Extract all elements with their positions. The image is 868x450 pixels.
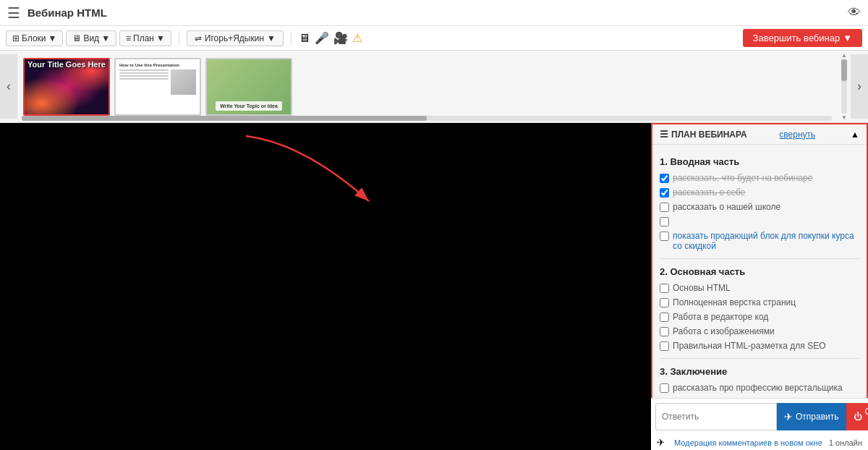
- toolbar-left: ⊞ Блоки ▼ 🖥 Вид ▼ ≡ План ▼: [6, 30, 171, 46]
- plan-section-title-2: 2. Основная часть: [660, 266, 859, 277]
- slide-2-line: [119, 78, 169, 80]
- plan-item-i3: рассказать о нашей школе: [660, 202, 859, 212]
- view-button[interactable]: 🖥 Вид ▼: [66, 30, 116, 46]
- plan-header-title: ☰ ПЛАН ВЕБИНАРА: [660, 129, 747, 140]
- plan-item-i5: показать продающий блок для покупки курс…: [660, 231, 859, 251]
- toolbar-separator-2: [291, 31, 292, 46]
- plan-item-i4: [660, 216, 859, 226]
- plan-icon: ☰: [660, 129, 668, 140]
- monitor-icon: 🖥: [72, 33, 81, 43]
- plan-dropdown-icon: ▼: [156, 33, 165, 43]
- plan-item-label-i5[interactable]: показать продающий блок для покупки курс…: [673, 231, 859, 251]
- plan-checkbox-i5[interactable]: [660, 232, 669, 241]
- plan-checkbox-i4[interactable]: [660, 217, 669, 226]
- plan-item-i6: Основы HTML: [660, 283, 859, 293]
- plan-item-i2: рассказать о себе: [660, 187, 859, 198]
- slide-1-text: Your Title Goes Here: [25, 59, 109, 69]
- plan-item-i8: Работа в редакторе код: [660, 312, 859, 322]
- next-slide-button[interactable]: ›: [851, 54, 868, 119]
- plan-checkbox-i3[interactable]: [660, 203, 669, 212]
- hscrollbar-thumb[interactable]: [22, 116, 427, 121]
- blocks-button[interactable]: ⊞ Блоки ▼: [6, 30, 63, 46]
- plan-section-title-1: 1. Вводная часть: [660, 156, 859, 167]
- prev-slide-button[interactable]: ‹: [0, 54, 17, 119]
- blocks-dropdown-icon: ▼: [48, 33, 57, 43]
- collapse-arrow-icon: ▲: [851, 130, 859, 140]
- eye-icon[interactable]: 👁: [848, 5, 861, 20]
- plan-button[interactable]: ≡ План ▼: [119, 30, 171, 46]
- plan-item-label-i8: Работа в редакторе код: [673, 312, 768, 322]
- plan-checkbox-i2[interactable]: [660, 188, 669, 198]
- warning-icon[interactable]: ⚠: [352, 31, 362, 45]
- plan-checkbox-i8[interactable]: [660, 313, 669, 322]
- telegram-footer-icon: ✈: [657, 437, 665, 448]
- chat-moderation-link[interactable]: Модерация комментариев в новом окне: [674, 438, 822, 447]
- slide-2-line: [119, 75, 169, 77]
- plan-item-i10: Правильная HTML-разметка для SEO: [660, 341, 859, 351]
- slides-strip: ‹ Your Title Goes Here How to Use this P…: [0, 51, 868, 123]
- blocks-grid-icon: ⊞: [12, 33, 20, 43]
- plan-checkbox-i11[interactable]: [660, 383, 669, 393]
- slide-3-bg: Write Your Topic or Idea: [207, 59, 291, 114]
- slides-container: Your Title Goes Here How to Use this Pre…: [17, 58, 851, 116]
- plan-section-title-3: 3. Заключение: [660, 366, 859, 377]
- menu-icon[interactable]: ☰: [7, 4, 20, 22]
- presenter-button[interactable]: ⇌ Игорь+Ядыкин ▼: [187, 30, 284, 46]
- scroll-down-arrow[interactable]: ▼: [841, 114, 848, 121]
- end-dropdown-icon: ▼: [843, 33, 852, 43]
- plan-item-i11: рассказать про профессию верстальщика: [660, 383, 859, 393]
- plan-item-i1: рассказать, что будет на вебинаре: [660, 173, 859, 183]
- toolbar-separator-1: [179, 31, 179, 46]
- plan-header: ☰ ПЛАН ВЕБИНАРА свернуть ▲: [652, 124, 867, 145]
- page-title: Вебинар HTML: [27, 7, 848, 19]
- microphone-icon[interactable]: 🎤: [315, 31, 329, 45]
- plan-item-label-i2: рассказать о себе: [673, 187, 745, 198]
- end-webinar-button[interactable]: Завершить вебинар ▼: [743, 29, 862, 47]
- slide-thumbnail-3[interactable]: Write Your Topic or Idea: [205, 58, 292, 116]
- chat-input-row: ✈ Отправить ⏻ Отключить чат: [651, 399, 868, 435]
- screen-icon[interactable]: 🖥: [299, 32, 310, 45]
- chat-close-button[interactable]: ⏻ Отключить чат: [846, 403, 868, 430]
- list-icon: ≡: [126, 33, 131, 43]
- slide-2-title: How to Use this Presentation: [119, 63, 196, 67]
- hscrollbar-track: [22, 116, 832, 121]
- main-area: ☰ ПЛАН ВЕБИНАРА свернуть ▲ 1. Вводная ча…: [0, 123, 868, 450]
- plan-checkbox-i1[interactable]: [660, 174, 669, 183]
- scroll-track: [841, 59, 847, 114]
- plan-item-i7: Полноценная верстка страниц: [660, 297, 859, 307]
- power-icon: ⏻: [854, 412, 862, 422]
- chat-area: ✈ Отправить ⏻ Отключить чат ✈ Модерация …: [651, 398, 868, 450]
- plan-item-label-i11: рассказать про профессию верстальщика: [673, 383, 843, 393]
- view-dropdown-icon: ▼: [101, 33, 110, 43]
- scroll-thumb[interactable]: [841, 59, 847, 81]
- plan-divider-0: [660, 258, 859, 259]
- slide-thumbnail-1[interactable]: Your Title Goes Here: [23, 58, 110, 116]
- online-count: 1 онлайн: [829, 438, 862, 447]
- scroll-up-arrow[interactable]: ▲: [841, 52, 848, 59]
- telegram-icon: ✈: [784, 411, 793, 423]
- slide-thumbnail-2[interactable]: How to Use this Presentation: [114, 58, 201, 116]
- chat-footer: ✈ Модерация комментариев в новом окне 1 …: [651, 435, 868, 450]
- camera-icon[interactable]: 🎥: [333, 31, 348, 45]
- plan-item-label-i3: рассказать о нашей школе: [673, 202, 780, 212]
- plan-checkbox-i9[interactable]: [660, 327, 669, 336]
- chat-input[interactable]: [655, 403, 777, 430]
- slide-2-image: [171, 69, 196, 95]
- presenter-dropdown-icon: ▼: [267, 33, 276, 43]
- plan-item-label-i6: Основы HTML: [673, 283, 731, 293]
- slide-2-line: [119, 72, 169, 74]
- strip-scrollbar[interactable]: ▲ ▼: [841, 52, 848, 121]
- chat-send-button[interactable]: ✈ Отправить: [777, 403, 846, 430]
- shuffle-icon: ⇌: [195, 33, 202, 43]
- plan-collapse-button[interactable]: свернуть: [779, 130, 815, 140]
- plan-checkbox-i6[interactable]: [660, 284, 669, 293]
- plan-checkbox-i10[interactable]: [660, 341, 669, 351]
- toolbar: ⊞ Блоки ▼ 🖥 Вид ▼ ≡ План ▼ ⇌ Игорь+Ядыки…: [0, 26, 868, 51]
- plan-item-i9: Работа с изображениями: [660, 326, 859, 336]
- plan-item-label-i10: Правильная HTML-разметка для SEO: [673, 341, 826, 351]
- top-bar: ☰ Вебинар HTML 👁: [0, 0, 868, 26]
- plan-checkbox-i7[interactable]: [660, 298, 669, 307]
- plan-item-label-i7: Полноценная верстка страниц: [673, 297, 796, 307]
- plan-item-label-i1: рассказать, что будет на вебинаре: [673, 173, 812, 183]
- plan-item-label-i9: Работа с изображениями: [673, 326, 775, 336]
